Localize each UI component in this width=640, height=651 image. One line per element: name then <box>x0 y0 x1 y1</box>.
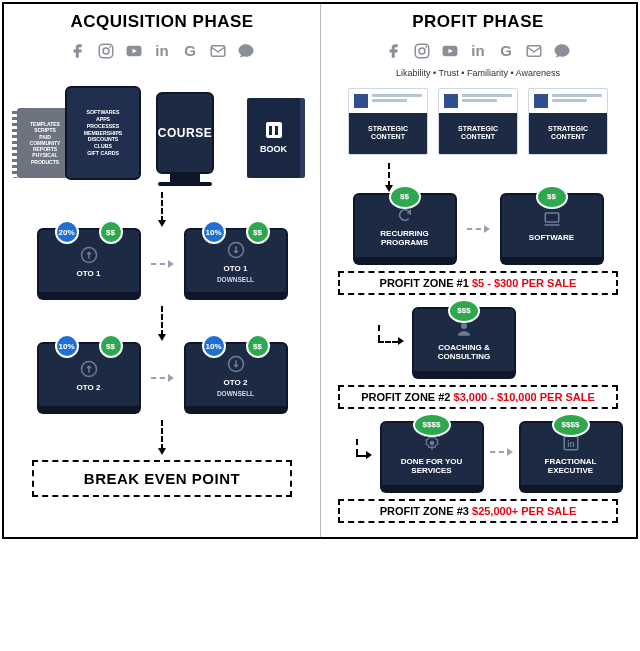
oto2ds-cash-badge: $$ <box>246 334 270 358</box>
pz2-value: $3,000 - $10,000 PER SALE <box>454 391 595 403</box>
content-card-1: STRATEGIC CONTENT <box>348 88 428 155</box>
oto1-pct-badge: 20% <box>55 220 79 244</box>
svg-text:in: in <box>567 440 574 449</box>
funnel-diagram: ACQUISITION PHASE in G TEMPLATES SCRIPTS… <box>2 2 638 539</box>
oto1ds-label: OTO 1 <box>220 265 252 274</box>
oto1-row: 20% $$ OTO 1 10% $$ OTO 1DOWNSELL <box>14 228 310 300</box>
recurring-cash-badge: $$ <box>389 185 421 209</box>
arrow-down-1 <box>161 192 163 222</box>
pause-icon <box>266 122 282 138</box>
software-label: SOFTWARE <box>525 234 578 243</box>
arrow-down-r1 <box>388 163 390 187</box>
svg-point-16 <box>429 441 434 446</box>
chat-icon <box>553 42 571 60</box>
acquisition-column: ACQUISITION PHASE in G TEMPLATES SCRIPTS… <box>4 4 320 537</box>
svg-point-10 <box>419 48 425 54</box>
oto2ds-sub: DOWNSELL <box>217 390 254 397</box>
google-icon: G <box>497 42 515 60</box>
elbow-arrow-1 <box>376 325 406 351</box>
book-product: BOOK <box>247 98 305 178</box>
mail-icon <box>525 42 543 60</box>
column-divider <box>320 4 321 537</box>
youtube-icon <box>441 42 459 60</box>
coaching-laptop: $$$ COACHING & CONSULTING <box>412 307 516 379</box>
coaching-cash-badge: $$$ <box>448 299 480 323</box>
card-label-1: STRATEGIC CONTENT <box>349 113 427 154</box>
mail-icon <box>209 42 227 60</box>
monitor-product: COURSE <box>125 92 245 186</box>
profit-title: PROFIT PHASE <box>412 12 544 32</box>
oto2-pct-badge: 10% <box>55 334 79 358</box>
dfy-row: $$$$ DONE FOR YOU SERVICES $$$$ inFRACTI… <box>330 411 626 493</box>
break-even-box: BREAK EVEN POINT <box>32 460 292 497</box>
software-icon <box>541 208 563 230</box>
oto2-row: 10% $$ OTO 2 10% $$ OTO 2DOWNSELL <box>14 342 310 414</box>
recurring-label: RECURRING PROGRAMS <box>355 230 455 248</box>
oto1-cash-badge: $$ <box>99 220 123 244</box>
card-label-2: STRATEGIC CONTENT <box>439 113 517 154</box>
content-cards: STRATEGIC CONTENT STRATEGIC CONTENT STRA… <box>348 88 608 155</box>
arrow-right-r2 <box>490 448 513 456</box>
oto1-downsell-laptop: 10% $$ OTO 1DOWNSELL <box>184 228 288 300</box>
book-label: BOOK <box>260 144 287 154</box>
tablet-labels: SOFTWARES APPS PROCESSES MEMBERSHIPS DIS… <box>78 103 129 162</box>
card-label-3: STRATEGIC CONTENT <box>529 113 607 154</box>
recurring-row: $$ RECURRING PROGRAMS $$ SOFTWARE <box>330 193 626 265</box>
oto2-label: OTO 2 <box>73 384 105 393</box>
profit-column: PROFIT PHASE in G Likability • Trust • F… <box>320 4 636 537</box>
pz3-value: $25,000+ PER SALE <box>472 505 576 517</box>
dfy-laptop: $$$$ DONE FOR YOU SERVICES <box>380 421 484 493</box>
oto1ds-sub: DOWNSELL <box>217 276 254 283</box>
upsell-icon <box>78 244 100 266</box>
fractional-laptop: $$$$ inFRACTIONAL EXECUTIVE <box>519 421 623 493</box>
frac-cash-badge: $$$$ <box>552 413 590 437</box>
oto1ds-pct-badge: 10% <box>202 220 226 244</box>
linkedin-icon: in <box>469 42 487 60</box>
instagram-icon <box>97 42 115 60</box>
coaching-row: $$$ COACHING & CONSULTING <box>330 297 626 379</box>
instagram-icon <box>413 42 431 60</box>
profit-zone-1: PROFIT ZONE #1 $5 - $300 PER SALE <box>338 271 618 295</box>
chat-icon <box>237 42 255 60</box>
oto1-label: OTO 1 <box>73 270 105 279</box>
profit-zone-2: PROFIT ZONE #2 $3,000 - $10,000 PER SALE <box>338 385 618 409</box>
social-icons-left: in G <box>69 42 255 60</box>
svg-point-2 <box>109 46 111 48</box>
profit-subline: Likability • Trust • Familiarity • Aware… <box>396 68 560 78</box>
arrow-right-1 <box>151 260 174 268</box>
recurring-laptop: $$ RECURRING PROGRAMS <box>353 193 457 265</box>
oto2ds-pct-badge: 10% <box>202 334 226 358</box>
facebook-icon <box>385 42 403 60</box>
arrow-down-2 <box>161 306 163 336</box>
upsell-icon-2 <box>78 358 100 380</box>
avatar-icon <box>444 94 458 108</box>
profit-zone-3: PROFIT ZONE #3 $25,000+ PER SALE <box>338 499 618 523</box>
linkedin-icon: in <box>153 42 171 60</box>
downsell-icon <box>225 239 247 261</box>
notebook-labels: TEMPLATES SCRIPTS PAID COMMUNITY REPORTS… <box>26 117 65 169</box>
svg-rect-14 <box>545 213 559 222</box>
elbow-arrow-2 <box>354 439 374 465</box>
svg-point-15 <box>461 323 467 329</box>
avatar-icon <box>354 94 368 108</box>
product-stack: TEMPLATES SCRIPTS PAID COMMUNITY REPORTS… <box>17 68 307 186</box>
oto2ds-label: OTO 2 <box>220 379 252 388</box>
svg-point-11 <box>425 46 427 48</box>
pz2-label: PROFIT ZONE #2 <box>361 391 450 403</box>
frac-label: FRACTIONAL EXECUTIVE <box>521 458 621 476</box>
google-icon: G <box>181 42 199 60</box>
monitor-label: COURSE <box>158 126 212 140</box>
arrow-right-2 <box>151 374 174 382</box>
dfy-label: DONE FOR YOU SERVICES <box>382 458 482 476</box>
oto1ds-cash-badge: $$ <box>246 220 270 244</box>
acquisition-title: ACQUISITION PHASE <box>70 12 253 32</box>
coaching-label: COACHING & CONSULTING <box>414 344 514 362</box>
pz1-label: PROFIT ZONE #1 <box>380 277 469 289</box>
social-icons-right: in G <box>385 42 571 60</box>
arrow-right-r1 <box>467 225 490 233</box>
oto2-cash-badge: $$ <box>99 334 123 358</box>
arrow-down-3 <box>161 420 163 450</box>
downsell-icon-2 <box>225 353 247 375</box>
dfy-cash-badge: $$$$ <box>413 413 451 437</box>
youtube-icon <box>125 42 143 60</box>
